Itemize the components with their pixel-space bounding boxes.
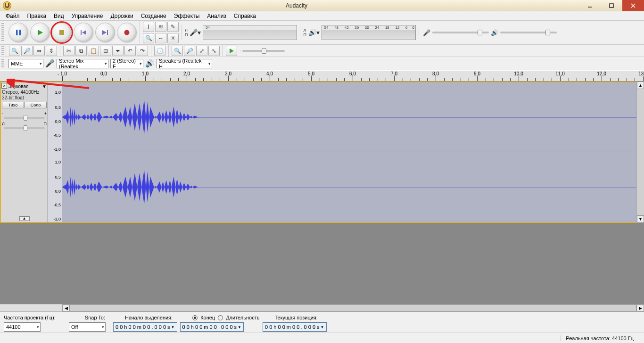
amplitude-scale: 1,0 0,5 0,0 -0,5 -1,0 1,0 0,5 0,0 -0,5 -… (48, 82, 62, 222)
playback-speed-slider[interactable] (242, 50, 285, 52)
menu-analyze[interactable]: Анализ (203, 12, 230, 20)
zoom-tool-icon[interactable]: 🔍 (143, 33, 154, 43)
menu-tracks[interactable]: Дорожки (107, 12, 137, 20)
fit-selection-icon[interactable]: ⇔ (33, 46, 45, 56)
cut-icon[interactable]: ✂ (63, 46, 74, 56)
svg-rect-7 (59, 30, 64, 35)
end-label: Конец (200, 315, 215, 320)
position-label: Текущая позиция: (274, 315, 317, 320)
copy-icon[interactable]: ⧉ (75, 46, 87, 56)
paste-icon[interactable]: 📋 (88, 46, 99, 56)
speaker-volume-slider[interactable] (500, 32, 557, 33)
redo-icon[interactable]: ↷ (137, 46, 148, 56)
record-button[interactable] (117, 23, 137, 42)
mic-volume-icon: 🎤 (423, 29, 430, 36)
fit-project-icon[interactable]: ⇕ (46, 46, 57, 56)
toolbar-grip[interactable] (1, 46, 4, 56)
app-icon (3, 1, 11, 10)
svg-marker-6 (38, 30, 43, 35)
menu-view[interactable]: Вид (50, 12, 68, 20)
audio-position-time[interactable]: 0 0 h 0 0 m 0 0 . 0 0 0 s▼ (263, 322, 327, 332)
zoom-in-icon[interactable]: 🔍 (9, 46, 20, 56)
mic-volume-slider[interactable] (432, 32, 489, 33)
input-channels-combo[interactable]: 2 (Stereo) F (110, 59, 143, 68)
meter-left-label: Л (185, 28, 188, 33)
selection-start-label: Начало выделения: (125, 315, 173, 320)
svg-marker-13 (230, 49, 234, 53)
snap-combo[interactable]: Off (69, 322, 106, 332)
solo-button[interactable]: Соло (25, 102, 47, 108)
timeshift-tool-icon[interactable]: ↔ (155, 33, 166, 43)
track-format: Стерео, 44100Hz (2, 90, 47, 95)
svg-rect-5 (19, 30, 21, 35)
selection-start-time[interactable]: 0 0 h 0 0 m 0 0 . 0 0 0 s▼ (113, 322, 177, 332)
project-rate-combo[interactable]: 44100 (4, 322, 41, 332)
audio-host-combo[interactable]: MME (8, 59, 43, 68)
empty-workspace (0, 223, 644, 304)
toolbar-grip[interactable] (1, 23, 4, 42)
end-radio[interactable] (192, 315, 198, 320)
pan-slider[interactable] (4, 127, 45, 129)
output-device-combo[interactable]: Speakers (Realtek H (157, 59, 212, 68)
selection-end-time[interactable]: 0 0 h 0 0 m 0 0 . 0 0 0 s▼ (180, 322, 244, 332)
maximize-button[interactable] (601, 0, 622, 11)
zoom-fit-icon[interactable]: ⤢ (196, 46, 207, 56)
track-name[interactable]: Звуковая (8, 84, 28, 89)
envelope-tool-icon[interactable]: ≋ (155, 22, 166, 32)
mute-button[interactable]: Тихо (2, 102, 24, 108)
track-close-button[interactable]: × (1, 83, 7, 89)
skip-start-button[interactable] (74, 23, 93, 42)
menu-edit[interactable]: Правка (24, 12, 50, 20)
stop-button[interactable] (52, 23, 72, 42)
menu-file[interactable]: Файл (2, 12, 24, 20)
draw-tool-icon[interactable]: ✎ (167, 22, 179, 32)
length-label: Длительность (226, 315, 259, 320)
selection-toolbar: Частота проекта (Гц): Snap To: Начало вы… (0, 311, 644, 333)
playback-meter[interactable]: -54 -48 -42 -36 -30 -24 -18 -12 -6 0 (322, 25, 416, 40)
titlebar: Audacity (0, 0, 644, 11)
horizontal-scrollbar[interactable]: ◀ ▶ (0, 304, 644, 311)
speaker-device-icon: 🔊 (145, 59, 155, 68)
menu-transport[interactable]: Управление (68, 12, 107, 20)
play-button[interactable] (30, 23, 50, 42)
svg-marker-10 (102, 30, 107, 35)
collapse-button[interactable]: ▲ (19, 216, 30, 221)
menu-generate[interactable]: Создание (137, 12, 170, 20)
speaker-volume-icon: 🔊 (491, 29, 498, 36)
sync-lock-icon[interactable]: 🕓 (154, 46, 165, 56)
waveform-area[interactable] (62, 82, 636, 222)
svg-rect-1 (610, 4, 613, 8)
svg-point-12 (124, 30, 130, 35)
record-meter[interactable]: -54 Click to Start Monitoring (203, 25, 297, 40)
zoom-sel-icon[interactable]: 🔍 (172, 46, 183, 56)
window-title: Audacity (14, 2, 579, 9)
track-menu-dropdown[interactable]: ▼ (42, 84, 47, 89)
zoom-out-icon[interactable]: 🔎 (21, 46, 33, 56)
mic-icon[interactable]: 🎤▾ (189, 29, 202, 36)
track-control-panel: × Звуковая ▼ Стерео, 44100Hz 32-bit floa… (1, 82, 48, 222)
close-button[interactable] (622, 0, 644, 11)
minimize-button[interactable] (579, 0, 601, 11)
timeline-ruler[interactable]: - 1,00,01,02,03,04,05,06,07,08,09,010,01… (0, 70, 644, 82)
trim-icon[interactable]: ⊟ (100, 46, 111, 56)
speaker-icon[interactable]: 🔊▾ (307, 29, 321, 36)
toolbar-grip[interactable] (1, 59, 4, 68)
undo-icon[interactable]: ↶ (124, 46, 136, 56)
project-rate-label: Частота проекта (Гц): (4, 315, 56, 320)
svg-rect-4 (16, 30, 18, 35)
selection-tool-icon[interactable]: I (143, 22, 154, 32)
silence-icon[interactable]: ⏷ (112, 46, 124, 56)
length-radio[interactable] (218, 315, 223, 320)
zoom-toggle-icon[interactable]: 🔎 (184, 46, 195, 56)
input-device-combo[interactable]: Stereo Mix (Realtek (57, 59, 108, 68)
skip-end-button[interactable] (95, 23, 115, 42)
multi-tool-icon[interactable]: ✳ (167, 33, 179, 43)
menu-help[interactable]: Справка (230, 12, 260, 20)
zoom-norm-icon[interactable]: ⤡ (208, 46, 220, 56)
menu-effect[interactable]: Эффекты (170, 12, 204, 20)
vertical-scrollbar[interactable]: ▲ ▼ (636, 82, 644, 223)
actual-rate: Реальная частота: 44100 Гц (561, 335, 638, 341)
play-at-speed-icon[interactable] (226, 46, 237, 56)
gain-slider[interactable] (4, 117, 45, 119)
pause-button[interactable] (8, 23, 28, 42)
